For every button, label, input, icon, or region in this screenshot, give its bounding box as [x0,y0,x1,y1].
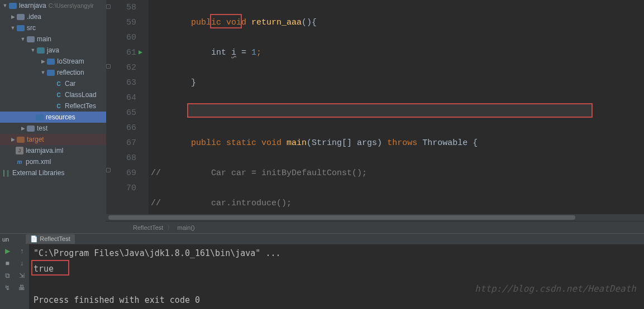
highlight-true [31,260,69,276]
tree-root-path: C:\Users\yangyir [49,2,94,9]
run-panel: un 📄 ReflectTest ▶ ■ ⧉ ↯ ↑ ↓ ⇲ 🖶 "C:\ [0,233,644,309]
tree-test[interactable]: test [0,123,106,134]
console-line: true [34,261,640,277]
folder-icon [17,137,25,143]
tree-classload[interactable]: C ClassLoad [0,89,106,100]
run-tab[interactable]: 📄 ReflectTest [26,234,74,244]
package-icon [47,59,55,65]
tree-label: test [37,124,47,132]
rerun-icon[interactable]: ▶ [3,247,12,255]
resources-icon [36,114,44,120]
run-gutter-icon[interactable]: ▶ [139,45,142,60]
tree-resources[interactable]: resources [0,112,106,123]
watermark: http://blog.csdn.net/HeatDeath [475,281,636,297]
tree-root[interactable]: learnjava C:\Users\yangyir [0,0,106,11]
breadcrumb-method[interactable]: main() [178,224,195,231]
wrap-icon[interactable]: ⇲ [17,271,26,280]
tree-label: ClassLoad [65,91,97,99]
console-line: "C:\Program Files\Java\jdk1.8.0_161\bin\… [34,245,640,261]
print-icon[interactable]: 🖶 [17,283,26,292]
breadcrumb-class[interactable]: ReflectTest [133,224,163,231]
tree-label: learnjava.iml [26,147,63,154]
class-icon: C [55,102,63,110]
tree-target[interactable]: target [0,134,106,145]
tree-label: .idea [27,13,41,21]
folder-icon [9,3,17,9]
horizontal-scrollbar[interactable] [106,214,644,221]
console-output[interactable]: "C:\Program Files\Java\jdk1.8.0_161\bin\… [29,244,644,309]
up-icon[interactable]: ↑ [17,247,26,255]
tree-idea[interactable]: .idea [0,11,106,22]
run-tool-label: un [2,236,9,243]
tree-label: External Libraries [12,169,64,177]
project-tree[interactable]: learnjava C:\Users\yangyir .idea src mai… [0,0,106,233]
tree-label: ReflectTes [65,102,96,110]
folder-icon [37,47,45,54]
tree-label: target [27,136,44,143]
down-icon[interactable]: ↓ [17,259,26,268]
tree-label: resources [46,113,75,121]
tree-java[interactable]: java [0,45,106,56]
tree-label: learnjava [19,2,46,9]
fold-icon[interactable]: - [106,168,111,172]
tree-src[interactable]: src [0,22,106,33]
layout-icon[interactable]: ⧉ [3,271,12,280]
tree-label: pom.xml [26,158,51,166]
fold-icon[interactable]: - [106,64,111,69]
stop-icon[interactable]: ■ [3,259,12,268]
folder-icon [27,125,35,132]
tree-car[interactable]: C Car [0,78,106,89]
tree-iml[interactable]: J learnjava.iml [0,145,106,156]
folder-icon [17,25,25,31]
code-body[interactable]: public void return_aaa(){ int i = 1; } p… [149,0,644,214]
fold-icon[interactable]: - [106,4,111,9]
class-icon: C [55,80,63,88]
editor-breadcrumb[interactable]: ReflectTest 〉 main() [106,221,644,233]
line-gutter[interactable]: 58 59 60 61 62 63 64 65 66 67 68 69 70 ▶… [106,0,149,214]
tree-label: main [37,35,51,43]
tree-label: reflection [57,69,84,76]
folder-icon [17,14,25,20]
tree-reflecttest[interactable]: C ReflectTes [0,100,106,112]
tree-pom[interactable]: m pom.xml [0,156,106,167]
library-icon: ┃║ [2,169,10,177]
maven-icon: m [16,158,23,166]
highlight-void [210,14,242,28]
package-icon [47,70,55,76]
code-editor[interactable]: 58 59 60 61 62 63 64 65 66 67 68 69 70 ▶… [106,0,644,214]
class-icon: C [55,91,63,99]
tree-extlib[interactable]: ┃║ External Libraries [0,167,106,178]
tree-iostream[interactable]: IoStream [0,56,106,67]
run-toolbar: ▶ ■ ⧉ ↯ ↑ ↓ ⇲ 🖶 [0,244,29,309]
settings-icon[interactable]: ↯ [3,283,12,292]
iml-icon: J [16,147,23,154]
editor-pane: 58 59 60 61 62 63 64 65 66 67 68 69 70 ▶… [106,0,644,233]
tree-main[interactable]: main [0,33,106,45]
run-panel-header[interactable]: un 📄 ReflectTest [0,234,644,244]
folder-icon [27,36,35,42]
tree-label: Car [65,80,75,88]
tree-reflection[interactable]: reflection [0,67,106,78]
tree-label: src [27,24,36,32]
chevron-right-icon: 〉 [167,224,173,231]
tree-label: IoStream [57,57,84,65]
tree-label: java [47,46,59,54]
